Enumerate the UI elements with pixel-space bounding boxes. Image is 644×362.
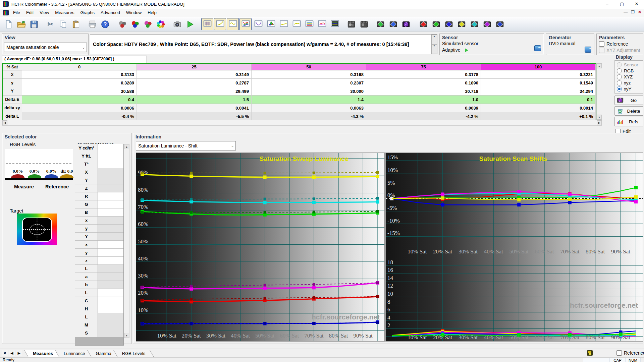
view-selector[interactable]: Magenta saturation scale ⌄ <box>4 43 87 52</box>
cell-y-75[interactable]: 0.1890 <box>366 79 481 87</box>
toolbar-button-view-free-meas-icon[interactable] <box>329 18 341 30</box>
cell-y-25[interactable]: 29.499 <box>137 87 252 96</box>
toolbar-button-meas-magenta-sat-icon[interactable] <box>481 18 493 30</box>
toolbar-button-meas-cyan-sat-icon[interactable] <box>468 18 480 30</box>
menu-item-edit[interactable]: Edit <box>23 9 37 17</box>
go-button[interactable]: Go <box>614 96 643 105</box>
mdi-minimize-icon[interactable]: — <box>624 10 628 14</box>
toolbar-button-view-gamma-icon[interactable] <box>214 18 226 30</box>
cell-delta-l-75[interactable]: -4.2 % <box>366 112 481 121</box>
cell-delta-xy-50[interactable]: 0.0063 <box>252 104 366 112</box>
measure-row-value-4[interactable] <box>98 176 123 184</box>
cell-delta-l-50[interactable]: -4.3 % <box>252 112 366 121</box>
tab-next-button[interactable]: ▶ <box>16 350 22 356</box>
toolbar-button-view-satshift-icon[interactable] <box>316 18 328 30</box>
measure-row-value-23[interactable] <box>98 329 123 337</box>
toolbar-button-meas-secondaries-icon[interactable] <box>387 18 399 30</box>
toolbar-button-rgb-measure-icon[interactable] <box>129 18 141 30</box>
measure-row-value-11[interactable] <box>98 233 123 241</box>
cell-x-0[interactable]: 0.3133 <box>22 70 137 79</box>
toolbar-button-meas-grayscale-icon[interactable] <box>345 18 357 30</box>
menu-item-view[interactable]: View <box>37 9 52 17</box>
cell-delta-l-100[interactable]: +0.1 % <box>481 112 596 121</box>
measure-row-value-7[interactable] <box>98 200 123 208</box>
row-header-delta-e[interactable]: Delta E <box>3 96 22 104</box>
measure-row-value-20[interactable] <box>98 305 123 313</box>
toolbar-button-view-measures-grid-icon[interactable] <box>201 18 213 30</box>
toolbar-button-print-icon[interactable] <box>86 18 98 30</box>
cell-delta-e-75[interactable]: 1.0 <box>366 96 481 104</box>
row-header-y[interactable]: Y <box>3 87 22 96</box>
menu-item-advanced[interactable]: Advanced <box>98 9 123 17</box>
measure-row-value-12[interactable] <box>98 241 123 249</box>
toolbar-button-view-lum-hist-icon[interactable] <box>278 18 290 30</box>
toolbar-button-new-icon[interactable] <box>2 18 14 30</box>
menu-item-file[interactable]: File <box>10 9 23 17</box>
row-header-y[interactable]: y <box>3 79 22 87</box>
reference-checkbox[interactable]: Reference <box>616 350 644 356</box>
toolbar-button-save-icon[interactable] <box>28 18 40 30</box>
toolbar-button-meas-yellow-sat-icon[interactable] <box>455 18 468 30</box>
menu-item-graphs[interactable]: Graphs <box>77 9 98 17</box>
cell-delta-e-25[interactable]: 1.5 <box>137 96 252 104</box>
cell-x-50[interactable]: 0.3168 <box>252 70 366 79</box>
reference-checkbox-box[interactable] <box>616 350 622 356</box>
display-radio-rgb[interactable]: RGB <box>617 68 641 73</box>
cell-delta-e-0[interactable]: 0.4 <box>22 96 137 104</box>
column-header-0[interactable]: 0 <box>22 64 137 70</box>
generator-config-icon[interactable] <box>585 47 591 53</box>
table-horizontal-scrollbar[interactable]: ◀▶ <box>2 120 602 126</box>
cell-delta-xy-0[interactable]: 0.0006 <box>22 104 137 112</box>
column-header-75[interactable]: 75 <box>366 64 481 70</box>
menu-item-help[interactable]: Help <box>145 9 160 17</box>
toolbar-button-cut-icon[interactable]: ✂ <box>44 18 56 30</box>
toolbar-button-view-nearblack-icon[interactable] <box>252 18 264 30</box>
measure-row-value-16[interactable] <box>98 273 123 281</box>
cell-delta-e-50[interactable]: 1.4 <box>252 96 366 104</box>
cell-y-25[interactable]: 0.2787 <box>137 79 252 87</box>
toolbar-button-meas-grayscale-ext-icon[interactable] <box>358 18 370 30</box>
measure-row-value-3[interactable] <box>98 168 123 176</box>
tab-luminance[interactable]: Luminance <box>57 350 92 357</box>
sensor-run-icon[interactable] <box>465 48 468 52</box>
measure-row-value-0[interactable] <box>98 144 123 152</box>
toolbar-button-view-lum-hist2-icon[interactable] <box>290 18 303 30</box>
current-measure-scrollbar[interactable]: ▲▼ <box>124 144 129 338</box>
row-header-delta-xy[interactable]: delta xy <box>3 104 22 112</box>
cell-delta-xy-75[interactable]: 0.0039 <box>366 104 481 112</box>
delete-button[interactable]: Delete <box>614 106 643 116</box>
toolbar-button-meas-green-sat-icon[interactable] <box>430 18 442 30</box>
cell-y-75[interactable]: 30.718 <box>366 87 481 96</box>
toolbar-button-open-icon[interactable] <box>15 18 27 30</box>
cell-delta-l-0[interactable]: -0.4 % <box>22 112 137 121</box>
measure-row-value-17[interactable] <box>98 281 123 289</box>
measure-row-value-13[interactable] <box>98 249 123 257</box>
toolbar-button-paste-icon[interactable] <box>70 18 82 30</box>
measure-row-value-19[interactable] <box>98 297 123 305</box>
toolbar-button-view-color-temp-icon[interactable] <box>303 18 315 30</box>
cell-y-0[interactable]: 30.588 <box>22 87 137 96</box>
cell-x-100[interactable]: 0.3221 <box>481 70 596 79</box>
measure-spinner[interactable]: ▲▼ <box>431 35 437 54</box>
toolbar-button-meas-full-icon[interactable] <box>400 18 412 30</box>
tab-prev-button[interactable]: ◀ <box>9 350 15 356</box>
column-header-25[interactable]: 25 <box>137 64 252 70</box>
sensor-release-icon[interactable] <box>534 45 541 51</box>
toolbar-button-run-measures-icon[interactable] <box>184 18 196 30</box>
close-button[interactable]: ✕ <box>629 0 644 9</box>
toolbar-button-meas-red-sat-icon[interactable] <box>417 18 429 30</box>
tab-measures[interactable]: Measures <box>26 350 60 357</box>
reference-checkbox[interactable]: Reference <box>599 41 640 47</box>
measure-row-value-2[interactable] <box>98 160 123 168</box>
toolbar-button-meas-cmy-sat-icon[interactable] <box>494 18 506 30</box>
measure-row-value-5[interactable] <box>98 184 123 192</box>
toolbar-button-view-rgb-levels-icon[interactable] <box>239 18 252 30</box>
toolbar-button-color-ring-icon[interactable] <box>155 18 167 30</box>
measure-row-value-14[interactable] <box>98 257 123 265</box>
cell-x-25[interactable]: 0.3149 <box>137 70 252 79</box>
row-header-delta-l[interactable]: delta L <box>3 112 22 121</box>
measure-row-value-22[interactable] <box>98 321 123 329</box>
information-view-selector[interactable]: Saturation Luminance - Shift ⌄ <box>136 141 236 150</box>
column-header-100[interactable]: 100 <box>481 64 596 70</box>
display-radio-xyz[interactable]: XYZ <box>617 74 641 79</box>
